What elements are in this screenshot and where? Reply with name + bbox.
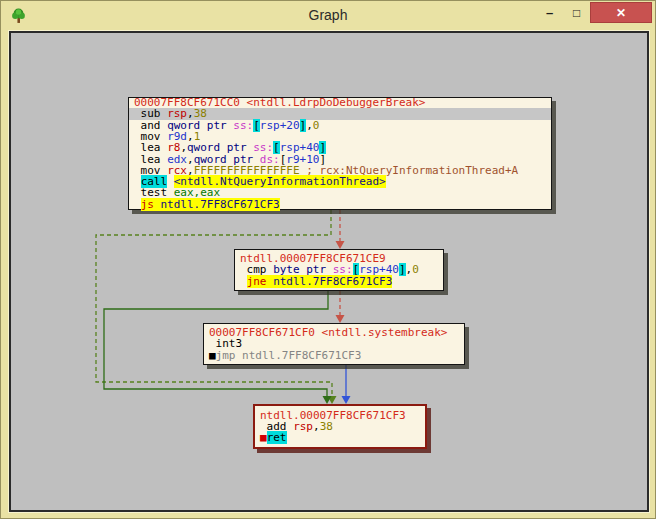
asm-token-num: 0 bbox=[412, 263, 419, 276]
asm-token-hdr: 00007FF8CF671CF0 <ntdll.systembreak> bbox=[209, 326, 447, 339]
asm-line[interactable]: test eax,eax bbox=[129, 187, 551, 198]
asm-token-cy: ret bbox=[267, 431, 287, 444]
asm-line[interactable]: js ntdll.7FF8CF671CF3 bbox=[129, 199, 551, 210]
asm-token-lbly: ntdll.7FF8CF671CF3 bbox=[273, 275, 392, 288]
asm-token-brkt: ] bbox=[399, 263, 406, 276]
asm-token-gray: jmp ntdll.7FF8CF671CF3 bbox=[216, 349, 362, 362]
asm-token-reg: rsp bbox=[293, 420, 313, 433]
asm-token-mn bbox=[134, 198, 141, 211]
graph-canvas[interactable]: 00007FF8CF671CC0 <ntdll.LdrpDoDebuggerBr… bbox=[9, 31, 649, 512]
asm-token-brkt: [ bbox=[253, 119, 260, 132]
node-systembreak[interactable]: 00007FF8CF671CF0 <ntdll.systembreak> int… bbox=[203, 323, 465, 365]
asm-line[interactable]: ■ret bbox=[255, 432, 425, 443]
window-controls: – □ ✕ bbox=[536, 2, 652, 23]
asm-line[interactable]: cmp byte ptr ss:[rsp+40],0 bbox=[235, 264, 443, 275]
asm-token-mn: , bbox=[313, 420, 320, 433]
asm-token-num: 0 bbox=[313, 119, 320, 132]
asm-line[interactable]: jne ntdll.7FF8CF671CF3 bbox=[235, 276, 443, 287]
node-7ff8cf671cf3[interactable]: ntdll.00007FF8CF671CF3 add rsp,38■ret bbox=[253, 404, 427, 449]
graph-blocks: 00007FF8CF671CC0 <ntdll.LdrpDoDebuggerBr… bbox=[11, 33, 647, 510]
asm-token-inbr: rsp+20 bbox=[260, 119, 300, 132]
asm-token-jccy: jne bbox=[247, 275, 267, 288]
asm-token-seg: ss: bbox=[233, 119, 253, 132]
asm-token-mn: , bbox=[306, 119, 313, 132]
node-ldrpdodebuggerbreak[interactable]: 00007FF8CF671CC0 <ntdll.LdrpDoDebuggerBr… bbox=[128, 97, 552, 210]
maximize-button[interactable]: □ bbox=[563, 2, 590, 23]
minimize-button[interactable]: – bbox=[536, 2, 563, 23]
node-7ff8cf671ce9[interactable]: ntdll.00007FF8CF671CE9 cmp byte ptr ss:[… bbox=[234, 249, 444, 291]
asm-token-mn bbox=[240, 275, 247, 288]
asm-token-sqb: ■ bbox=[209, 349, 216, 362]
asm-line[interactable]: ■jmp ntdll.7FF8CF671CF3 bbox=[204, 350, 464, 361]
asm-token-num: 38 bbox=[320, 420, 333, 433]
close-button[interactable]: ✕ bbox=[590, 2, 652, 23]
asm-token-jccy: js bbox=[141, 198, 154, 211]
asm-token-lbly: ntdll.7FF8CF671CF3 bbox=[161, 198, 280, 211]
asm-token-ylsp bbox=[154, 198, 161, 211]
asm-token-sqr: ■ bbox=[260, 431, 267, 444]
asm-line[interactable]: 00007FF8CF671CF0 <ntdll.systembreak> bbox=[204, 327, 464, 338]
graph-window: Graph – □ ✕ 00007FF8CF671CC0 <ntdll.Ldrp… bbox=[0, 0, 656, 519]
title-bar[interactable]: Graph – □ ✕ bbox=[1, 1, 655, 31]
